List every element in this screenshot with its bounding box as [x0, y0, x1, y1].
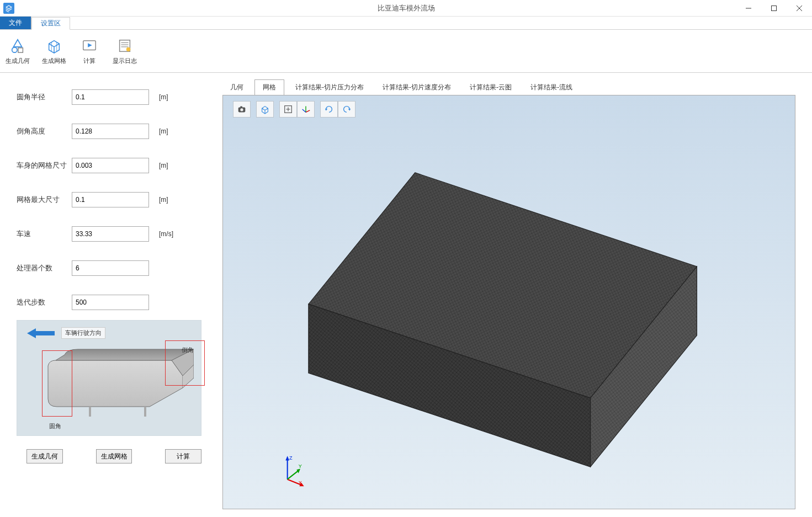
mesh-max-size-unit: [m] [159, 196, 168, 204]
form-row-iter-steps: 迭代步数 [17, 295, 201, 310]
svg-point-20 [240, 108, 243, 111]
svg-marker-26 [325, 109, 328, 111]
main-content: 圆角半径 [m] 倒角高度 [m] 车身的网格尺寸 [m] 网格最大尺寸 [m]… [0, 73, 812, 517]
gen-geom-button[interactable]: 生成几何 [26, 449, 63, 463]
svg-line-25 [302, 109, 306, 112]
form-row-body-mesh-size: 车身的网格尺寸 [m] [17, 158, 201, 173]
iter-steps-label: 迭代步数 [17, 297, 72, 307]
shapes-icon [9, 37, 26, 55]
window-controls [736, 0, 812, 17]
chamfer-height-input[interactable] [72, 124, 149, 139]
svg-marker-27 [348, 109, 351, 111]
form-row-chamfer-height: 倒角高度 [m] [17, 124, 201, 139]
ribbon: 生成几何 生成网格 计算 [0, 30, 812, 73]
view-tab-streamlines[interactable]: 计算结果-流线 [523, 80, 580, 95]
form-row-vehicle-speed: 车速 [m/s] [17, 226, 201, 242]
menubar: 文件 设置区 [0, 17, 812, 30]
svg-rect-18 [144, 407, 146, 417]
svg-rect-17 [89, 407, 91, 417]
settings-panel: 圆角半径 [m] 倒角高度 [m] 车身的网格尺寸 [m] 网格最大尺寸 [m]… [0, 73, 218, 517]
rotate-ccw-icon[interactable] [338, 101, 355, 118]
svg-marker-10 [88, 43, 92, 47]
view-tab-geometry[interactable]: 几何 [222, 80, 251, 95]
svg-marker-16 [27, 328, 55, 338]
camera-icon[interactable] [233, 101, 251, 118]
svg-marker-41 [285, 456, 289, 460]
diagram-panel: 车辆行驶方向 [17, 320, 201, 436]
vehicle-speed-unit: [m/s] [159, 230, 173, 238]
fillet-highlight-box [42, 350, 72, 417]
rotate-cw-icon[interactable] [320, 101, 338, 118]
vehicle-speed-input[interactable] [72, 226, 149, 242]
mesh-render [240, 129, 778, 492]
body-mesh-size-unit: [m] [159, 162, 168, 169]
app-icon [3, 3, 14, 14]
processor-count-input[interactable] [72, 260, 149, 276]
form-row-mesh-max-size: 网格最大尺寸 [m] [17, 192, 201, 207]
mesh-max-size-label: 网格最大尺寸 [17, 195, 72, 205]
svg-rect-21 [240, 106, 242, 108]
fit-view-icon[interactable] [279, 101, 297, 118]
bottom-button-row: 生成几何 生成网格 计算 [17, 449, 201, 463]
svg-point-15 [126, 47, 131, 52]
compute-button[interactable]: 计算 [165, 449, 201, 463]
body-mesh-size-label: 车身的网格尺寸 [17, 161, 72, 170]
view-tab-velocity[interactable]: 计算结果-切片速度分布 [375, 80, 459, 95]
ribbon-gen-mesh-button[interactable]: 生成网格 [41, 35, 67, 67]
play-icon [81, 37, 98, 55]
body-mesh-size-input[interactable] [72, 158, 149, 173]
menu-tab-file[interactable]: 文件 [0, 17, 31, 29]
menu-tab-settings[interactable]: 设置区 [31, 17, 70, 30]
fillet-radius-input[interactable] [72, 89, 149, 105]
minimize-button[interactable] [736, 0, 761, 17]
direction-arrow-icon [27, 328, 55, 338]
fillet-annotation: 圆角 [49, 422, 61, 430]
viewport-canvas[interactable]: Z X Y [222, 95, 795, 509]
chamfer-height-label: 倒角高度 [17, 126, 72, 136]
svg-point-5 [12, 47, 17, 52]
viewport-toolbar [233, 101, 355, 118]
axis-y-label: Y [299, 463, 302, 469]
ribbon-gen-geom-label: 生成几何 [6, 57, 30, 65]
cube-mesh-icon [45, 37, 63, 55]
chamfer-annotation: 倒角 [182, 346, 194, 354]
view-tab-contour[interactable]: 计算结果-云图 [462, 80, 519, 95]
view-tab-mesh[interactable]: 网格 [254, 79, 284, 95]
chamfer-height-unit: [m] [159, 127, 168, 135]
gen-mesh-button[interactable]: 生成网格 [96, 449, 132, 463]
ribbon-showlog-label: 显示日志 [113, 57, 137, 65]
axis-gizmo: Z X Y [278, 454, 306, 487]
form-row-processor-count: 处理器个数 [17, 260, 201, 276]
axis-z-label: Z [289, 455, 293, 461]
fillet-radius-label: 圆角半径 [17, 92, 72, 102]
svg-rect-6 [18, 48, 23, 52]
ribbon-gen-mesh-label: 生成网格 [42, 57, 66, 65]
axis-x-label: X [299, 480, 302, 486]
form-row-fillet-radius: 圆角半径 [m] [17, 89, 201, 105]
ribbon-compute-button[interactable]: 计算 [77, 35, 102, 67]
titlebar: 比亚迪车模外流场 [0, 0, 812, 17]
axis-triad-icon[interactable] [297, 101, 315, 118]
direction-label: 车辆行驶方向 [61, 327, 105, 339]
cube-view-icon[interactable] [256, 101, 274, 118]
window-title: 比亚迪车模外流场 [378, 3, 435, 13]
fillet-radius-unit: [m] [159, 93, 168, 101]
close-button[interactable] [787, 0, 812, 17]
vehicle-speed-label: 车速 [17, 229, 72, 239]
ribbon-compute-label: 计算 [83, 57, 95, 65]
svg-marker-4 [14, 40, 22, 47]
maximize-button[interactable] [761, 0, 787, 17]
view-tabs: 几何 网格 计算结果-切片压力分布 计算结果-切片速度分布 计算结果-云图 计算… [222, 81, 795, 95]
svg-line-24 [306, 110, 310, 113]
ribbon-showlog-button[interactable]: 显示日志 [112, 35, 138, 67]
ribbon-gen-geom-button[interactable]: 生成几何 [4, 35, 31, 67]
svg-rect-1 [772, 6, 777, 10]
log-icon [116, 37, 134, 55]
iter-steps-input[interactable] [72, 295, 149, 310]
svg-line-44 [288, 471, 299, 479]
viewport-area: 几何 网格 计算结果-切片压力分布 计算结果-切片速度分布 计算结果-云图 计算… [218, 73, 812, 517]
processor-count-label: 处理器个数 [17, 263, 72, 273]
view-tab-pressure[interactable]: 计算结果-切片压力分布 [288, 80, 371, 95]
mesh-max-size-input[interactable] [72, 192, 149, 207]
